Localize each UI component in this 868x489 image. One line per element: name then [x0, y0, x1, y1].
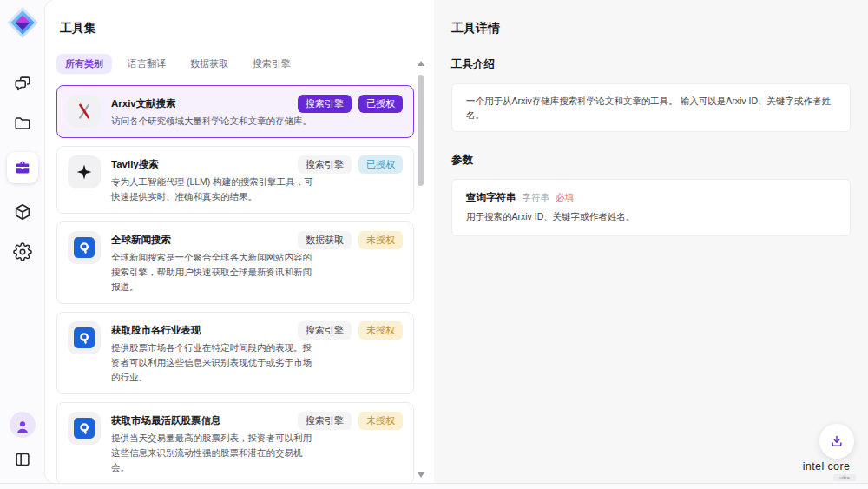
folder-icon[interactable]: [11, 112, 34, 135]
left-rail: [0, 0, 45, 483]
category-tabs: 所有类别 语言翻译 数据获取 搜索引擎: [56, 54, 434, 74]
tool-card[interactable]: Tavily搜索 专为人工智能代理 (LLM) 构建的搜索引擎工具，可快速提供实…: [56, 146, 414, 214]
badges: 数据获取 未授权: [298, 231, 403, 249]
tool-detail-pane: 工具详情 工具介绍 一个用于从Arxiv存储库搜索科学论文和文章的工具。 输入可…: [434, 0, 868, 483]
badges: 搜索引擎 未授权: [298, 321, 403, 340]
status-badge: 未授权: [358, 321, 403, 340]
toolbox-icon[interactable]: [7, 152, 38, 183]
tool-card[interactable]: 获取股市各行业表现 提供股票市场各个行业在特定时间段内的表现。投资者可以利用这些…: [56, 312, 414, 394]
tool-description: 访问各个研究领域大量科学论文和文章的存储库。: [111, 114, 316, 129]
tool-title: 全球新闻搜索: [111, 232, 316, 248]
category-badge: 搜索引擎: [298, 95, 352, 113]
status-badge: 已授权: [358, 95, 403, 113]
gear-icon[interactable]: [11, 241, 34, 263]
tool-title: Arxiv文献搜索: [111, 96, 316, 111]
intel-core-logo: intel core ultra: [795, 458, 858, 481]
tab-all-categories[interactable]: 所有类别: [56, 54, 112, 74]
category-badge: 搜索引擎: [298, 321, 352, 340]
tool-description: 专为人工智能代理 (LLM) 构建的搜索引擎工具，可快速提供实时、准确和真实的结…: [111, 175, 316, 204]
tab-search-engine[interactable]: 搜索引擎: [244, 54, 299, 74]
intro-card: 一个用于从Arxiv存储库搜索科学论文和文章的工具。 输入可以是Arxiv ID…: [451, 83, 851, 132]
tab-data-fetch[interactable]: 数据获取: [181, 54, 237, 74]
intro-text: 一个用于从Arxiv存储库搜索科学论文和文章的工具。 输入可以是Arxiv ID…: [466, 94, 836, 122]
app-root: 工具集 所有类别 语言翻译 数据获取 搜索引擎 A: [0, 0, 868, 489]
chat-icon[interactable]: [11, 72, 34, 95]
badges: 搜索引擎 已授权: [298, 95, 403, 113]
tool-title: 获取股市各行业表现: [111, 322, 316, 338]
rail-bottom: [10, 412, 36, 471]
scrollbar-thumb[interactable]: [418, 75, 424, 186]
tool-title: Tavily搜索: [111, 156, 316, 172]
blue-q-icon: [68, 231, 101, 264]
arxiv-x-icon: [68, 95, 101, 128]
scroll-up-arrow-icon[interactable]: [418, 61, 424, 66]
window-bottom-edge: [0, 483, 868, 489]
status-badge: 未授权: [358, 412, 403, 430]
blue-q-icon: [68, 412, 101, 445]
tool-card-list: Arxiv文献搜索 访问各个研究领域大量科学论文和文章的存储库。 搜索引擎 已授…: [56, 85, 414, 483]
download-icon: [829, 433, 845, 449]
rail-nav: [7, 72, 38, 263]
user-avatar[interactable]: [10, 412, 36, 438]
tool-card[interactable]: 获取市场最活跃股票信息 提供当天交易量最高的股票列表，投资者可以利用这些信息来识…: [56, 402, 414, 483]
param-description: 用于搜索的Arxiv ID、关键字或作者姓名。: [466, 211, 836, 223]
tool-title: 获取市场最活跃股票信息: [111, 413, 316, 428]
tool-card[interactable]: Arxiv文献搜索 访问各个研究领域大量科学论文和文章的存储库。 搜索引擎 已授…: [56, 85, 414, 138]
category-badge: 搜索引擎: [298, 412, 352, 430]
blue-q-icon: [68, 321, 101, 354]
category-badge: 数据获取: [298, 231, 352, 249]
tool-description: 提供股票市场各个行业在特定时间段内的表现。投资者可以利用这些信息来识别表现优于或…: [111, 340, 316, 385]
panel-toggle-icon[interactable]: [11, 448, 34, 471]
cube-icon[interactable]: [11, 201, 34, 223]
tool-card[interactable]: 全球新闻搜索 全球新闻搜索是一个聚合全球各大新闻网站内容的搜索引擎，帮助用户快速…: [56, 221, 414, 304]
badges: 搜索引擎 已授权: [298, 155, 403, 174]
intro-heading: 工具介绍: [451, 57, 851, 72]
detail-title: 工具详情: [451, 21, 851, 36]
app-logo-icon: [6, 6, 39, 39]
status-badge: 未授权: [358, 231, 403, 249]
tab-language-translation[interactable]: 语言翻译: [119, 54, 174, 74]
scroll-down-arrow-icon[interactable]: [418, 472, 424, 478]
param-name: 查询字符串: [466, 191, 516, 204]
status-badge: 已授权: [358, 155, 403, 174]
param-card: 查询字符串 字符串 必填 用于搜索的Arxiv ID、关键字或作者姓名。: [451, 179, 851, 236]
badges: 搜索引擎 未授权: [298, 412, 403, 430]
param-head: 查询字符串 字符串 必填: [466, 191, 836, 204]
list-scrollbar: [417, 61, 424, 478]
tool-list-pane: 工具集 所有类别 语言翻译 数据获取 搜索引擎 A: [45, 0, 434, 483]
page-title: 工具集: [60, 21, 434, 36]
category-badge: 搜索引擎: [298, 155, 352, 174]
intel-core-wordmark: intel core: [803, 460, 851, 472]
param-required-label: 必填: [556, 192, 574, 204]
intel-ultra-badge: ultra: [833, 474, 856, 481]
param-type: 字符串: [523, 192, 550, 204]
tool-description: 提供当天交易量最高的股票列表，投资者可以利用这些信息来识别流动性强的股票和潜在的…: [111, 431, 316, 475]
download-button[interactable]: [819, 424, 854, 459]
four-point-star-icon: [68, 155, 101, 188]
params-heading: 参数: [451, 153, 851, 168]
main-window: 工具集 所有类别 语言翻译 数据获取 搜索引擎 A: [45, 0, 868, 483]
tool-description: 全球新闻搜索是一个聚合全球各大新闻网站内容的搜索引擎，帮助用户快速获取全球最新资…: [111, 250, 316, 294]
